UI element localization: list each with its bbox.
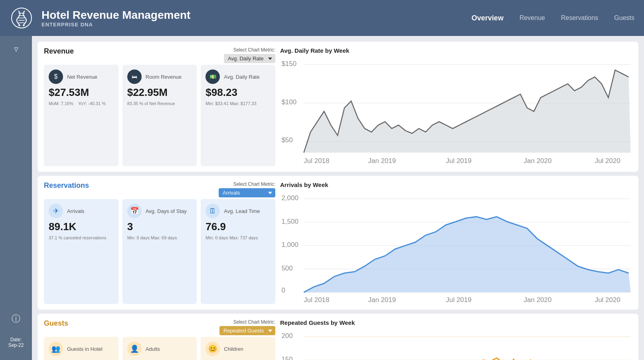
guests-metric-select[interactable]: Repeated Guests Guests in Hotel Adults C… xyxy=(219,326,275,335)
sidebar-date: Date: Sep-22 xyxy=(4,333,28,352)
reservations-metric-selector: Select Chart Metric: Arrivals Avg. Days … xyxy=(219,181,275,197)
guests-chart-title: Repeated Guests by Week xyxy=(280,319,632,326)
filter-icon[interactable]: ▿ xyxy=(14,44,18,54)
revenue-metrics: $ Net Revenue $27.53M MoM: 7.16% YoY: -4… xyxy=(44,65,275,166)
header: Hotel Revenue Management ENTERPRISE DNA … xyxy=(0,0,644,36)
hand-money-icon: 💵 xyxy=(205,70,220,84)
avg-daily-rate-card: 💵 Avg. Daily Rate $98.23 Min: $33.41 Max… xyxy=(201,65,275,166)
net-revenue-card: $ Net Revenue $27.53M MoM: 7.16% YoY: -4… xyxy=(44,65,119,166)
guests-header-row: Guests Select Chart Metric: Repeated Gue… xyxy=(44,319,275,337)
revenue-title: Revenue xyxy=(44,47,74,56)
guests-in-hotel-card: 👥 Guests in Hotel 172.1K xyxy=(44,337,119,360)
reservations-chart-title: Arrivals by Week xyxy=(280,181,632,188)
reservations-title: Reservations xyxy=(44,181,89,190)
revenue-metric-select[interactable]: Avg. Daily Rate Net Revenue Room Revenue xyxy=(224,54,275,63)
y-label-100: $100 xyxy=(281,98,296,106)
x-label-jan2020: Jan 2020 xyxy=(524,157,552,165)
avg-lead-time-label: Avg. Lead Time xyxy=(224,208,260,214)
y-label-1500: 1,500 xyxy=(281,218,298,225)
g-y-label-150: 150 xyxy=(281,356,292,360)
x-label-jul2019: Jul 2019 xyxy=(446,157,472,165)
g-y-label-200: 200 xyxy=(281,332,292,340)
net-revenue-value: $27.53M xyxy=(49,86,114,99)
adult-icon: 👤 xyxy=(127,342,142,356)
adults-card: 👤 Adults 162.4K xyxy=(122,337,197,360)
date-label: Date: xyxy=(8,337,24,342)
nav-guests[interactable]: Guests xyxy=(614,14,634,22)
revenue-chart-title: Avg. Daily Rate by Week xyxy=(280,47,632,54)
children-card: 😊 Children 9.7K xyxy=(201,337,275,360)
avg-days-stay-card: 📅 Avg. Days of Stay 3 Min: 0 days Max: 6… xyxy=(122,199,197,304)
revenue-metric-label: Select Chart Metric: xyxy=(233,47,275,53)
avg-lead-time-sub: Min: 0 days Max: 737 days xyxy=(205,235,271,240)
reservations-header-row: Reservations Select Chart Metric: Arriva… xyxy=(44,181,275,199)
x-label-jul2018: Jul 2018 xyxy=(304,157,329,165)
bed-icon: 🛏 xyxy=(127,70,142,84)
y-label-150: $150 xyxy=(281,60,296,68)
info-icon[interactable]: ⓘ xyxy=(12,313,20,325)
arr-x-label-jan2019: Jan 2019 xyxy=(368,296,396,304)
main-content: Revenue Select Chart Metric: Avg. Daily … xyxy=(32,36,644,360)
dollar-icon: $ xyxy=(49,70,63,84)
sidebar: ▿ ⓘ Date: Sep-22 xyxy=(0,36,32,360)
net-revenue-label: Net Revenue xyxy=(67,74,97,80)
children-label: Children xyxy=(224,346,243,352)
calendar-icon: 📅 xyxy=(127,204,142,218)
nav-revenue[interactable]: Revenue xyxy=(520,14,545,22)
app-subtitle: ENTERPRISE DNA xyxy=(41,22,464,28)
adults-value: 162.4K xyxy=(127,358,192,360)
avg-days-stay-label: Avg. Days of Stay xyxy=(146,208,187,214)
guests-metric-label: Select Chart Metric: xyxy=(233,319,275,325)
x-label-jan2019: Jan 2019 xyxy=(368,157,396,165)
y-label-1000: 1,000 xyxy=(281,241,298,249)
room-revenue-label: Room Revenue xyxy=(146,74,182,80)
avg-days-stay-value: 3 xyxy=(127,221,192,233)
avg-days-stay-sub: Min: 0 days Max: 69 days xyxy=(127,235,192,240)
room-revenue-sub: 83.35 % of Net Revenue xyxy=(127,101,192,106)
app-title: Hotel Revenue Management xyxy=(41,9,464,22)
guests-in-hotel-value: 172.1K xyxy=(49,358,114,360)
nav-reservations[interactable]: Reservations xyxy=(561,14,598,22)
children-value: 9.7K xyxy=(205,358,271,360)
avg-daily-rate-sub: Min: $33.41 Max: $177.33 xyxy=(205,101,271,106)
logo xyxy=(10,6,34,30)
revenue-chart-panel: Avg. Daily Rate by Week $150 $100 $50 xyxy=(280,47,632,166)
reservations-chart-panel: Arrivals by Week 2,000 1,500 1,000 500 0 xyxy=(280,181,632,304)
repeated-guests-chart: 200 150 100 50 0 Jul 2018 xyxy=(280,328,632,360)
arrivals-chart: 2,000 1,500 1,000 500 0 Jul 2 xyxy=(280,191,632,304)
guests-section: Guests Select Chart Metric: Repeated Gue… xyxy=(38,314,638,360)
y-label-0: 0 xyxy=(281,286,285,294)
y-label-50: $50 xyxy=(281,136,292,144)
x-label-jul2020: Jul 2020 xyxy=(595,157,620,165)
avg-daily-rate-value: $98.23 xyxy=(205,86,271,99)
reservations-metric-label: Select Chart Metric: xyxy=(233,181,275,187)
avg-lead-time-value: 76.9 xyxy=(205,221,271,233)
plane-icon: ✈ xyxy=(49,204,63,218)
arrivals-label: Arrivals xyxy=(67,208,84,214)
clock-calendar-icon: 🗓 xyxy=(205,204,220,218)
reservations-metric-select[interactable]: Arrivals Avg. Days of Stay Avg. Lead Tim… xyxy=(219,188,275,197)
reservations-section: Reservations Select Chart Metric: Arriva… xyxy=(38,176,638,310)
guests-chart-panel: Repeated Guests by Week 200 150 100 50 0 xyxy=(280,319,632,360)
adults-label: Adults xyxy=(146,346,160,352)
avg-daily-rate-label: Avg. Daily Rate xyxy=(224,74,259,80)
nav-overview[interactable]: Overview xyxy=(472,14,504,22)
y-label-500: 500 xyxy=(281,265,292,272)
arr-x-label-jan2020: Jan 2020 xyxy=(524,296,552,304)
main-nav: Overview Revenue Reservations Guests xyxy=(472,14,634,22)
revenue-left: Revenue Select Chart Metric: Avg. Daily … xyxy=(44,47,275,166)
room-revenue-card: 🛏 Room Revenue $22.95M 83.35 % of Net Re… xyxy=(122,65,197,166)
guests-metric-selector: Select Chart Metric: Repeated Guests Gue… xyxy=(219,319,275,335)
arrivals-sub: 37.1 % canceled reservations xyxy=(49,235,114,240)
guests-metrics: 👥 Guests in Hotel 172.1K 👤 Adults 162.4K… xyxy=(44,337,275,360)
guests-left: Guests Select Chart Metric: Repeated Gue… xyxy=(44,319,275,360)
reservations-metrics: ✈ Arrivals 89.1K 37.1 % canceled reserva… xyxy=(44,199,275,304)
guests-icon: 👥 xyxy=(49,342,63,356)
avg-lead-time-card: 🗓 Avg. Lead Time 76.9 Min: 0 days Max: 7… xyxy=(201,199,275,304)
child-icon: 😊 xyxy=(205,342,220,356)
arr-x-label-jul2018: Jul 2018 xyxy=(304,296,329,304)
revenue-metric-selector: Select Chart Metric: Avg. Daily Rate Net… xyxy=(224,47,275,63)
revenue-section: Revenue Select Chart Metric: Avg. Daily … xyxy=(38,42,638,172)
revenue-chart: $150 $100 $50 Jul 2018 Jan 2019 Jul 2019 xyxy=(280,56,632,166)
net-revenue-sub: MoM: 7.16% YoY: -40.31 % xyxy=(49,101,114,106)
